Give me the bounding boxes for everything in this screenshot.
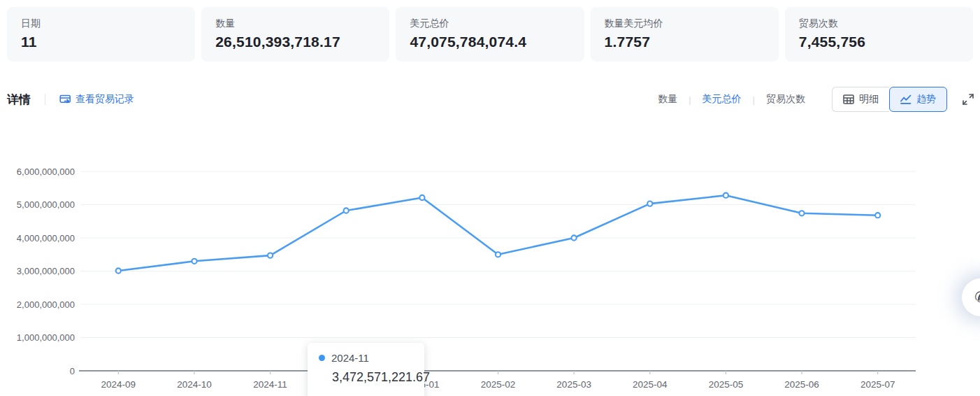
data-point[interactable] (192, 259, 196, 264)
line-chart-icon (900, 94, 911, 104)
vertical-divider (45, 94, 45, 105)
stat-value: 1.7757 (605, 34, 765, 50)
view-trade-records-link[interactable]: 查看贸易记录 (59, 93, 134, 106)
metric-tab-quantity[interactable]: 数量 (656, 93, 679, 106)
data-point[interactable] (116, 268, 121, 273)
tooltip-value: 3,472,571,221.67 (332, 370, 413, 385)
data-point[interactable] (268, 253, 273, 258)
chart-tooltip: 2024-11 3,472,571,221.67 (308, 343, 424, 396)
metric-tab-usd-total[interactable]: 美元总价 (701, 93, 743, 106)
y-axis-label: 0 (70, 366, 75, 376)
x-axis-label: 2024-09 (101, 379, 136, 390)
tooltip-header: 2024-11 (319, 352, 413, 364)
tooltip-category: 2024-11 (331, 352, 369, 364)
series-line (118, 195, 877, 271)
data-point[interactable] (419, 195, 424, 200)
stat-card-usd-total: 美元总价 47,075,784,074.4 (396, 7, 584, 62)
stat-card-date: 日期 11 (7, 7, 195, 62)
trend-chart-canvas: 01,000,000,0002,000,000,0003,000,000,000… (0, 119, 980, 396)
x-axis-label: 2024-11 (253, 379, 287, 390)
stat-value: 7,455,756 (799, 34, 959, 50)
stat-value: 26,510,393,718.17 (215, 34, 375, 50)
y-axis-label: 5,000,000,000 (17, 199, 75, 210)
view-switch: 明细 趋势 (832, 87, 947, 112)
y-axis-label: 3,000,000,000 (17, 266, 75, 276)
section-title: 详情 (7, 92, 31, 108)
table-icon (843, 94, 854, 104)
stats-row: 日期 11 数量 26,510,393,718.17 美元总价 47,075,7… (7, 7, 973, 62)
detail-view-button[interactable]: 明细 (832, 87, 889, 112)
x-axis-label: 2025-03 (556, 379, 591, 390)
data-point[interactable] (344, 208, 349, 213)
x-axis-label: 2025-02 (481, 379, 516, 390)
metric-tab-trade-count[interactable]: 贸易次数 (765, 93, 807, 106)
trend-view-label: 趋势 (916, 93, 936, 106)
stat-label: 日期 (21, 16, 181, 30)
y-axis-label: 4,000,000,000 (17, 233, 75, 243)
open-window-icon (59, 94, 71, 105)
x-axis-label: 2025-06 (784, 379, 819, 390)
stat-card-quantity: 数量 26,510,393,718.17 (201, 7, 389, 62)
tab-divider: | (689, 94, 691, 105)
trend-chart: 01,000,000,0002,000,000,0003,000,000,000… (0, 119, 980, 396)
detail-toolbar: 详情 查看贸易记录 数量 | 美元总价 | 贸易次数 (7, 85, 976, 113)
tab-divider: | (753, 94, 755, 105)
stat-card-trade-count: 贸易次数 7,455,756 (785, 7, 973, 62)
phone-icon: ✆ (974, 289, 980, 306)
view-trade-records-label: 查看贸易记录 (75, 93, 134, 106)
stat-label: 美元总价 (410, 16, 570, 30)
y-axis-label: 6,000,000,000 (17, 167, 75, 177)
data-point[interactable] (875, 213, 880, 218)
fullscreen-expand-icon (962, 93, 974, 106)
stat-value: 11 (21, 34, 181, 50)
y-axis-label: 2,000,000,000 (17, 299, 75, 310)
series-dot-icon (319, 355, 325, 361)
stat-card-avg-price: 数量美元均价 1.7757 (591, 7, 779, 62)
data-point[interactable] (723, 193, 728, 198)
data-point[interactable] (572, 235, 577, 240)
trend-view-button[interactable]: 趋势 (889, 87, 947, 112)
x-axis-label: 2025-05 (709, 379, 744, 390)
fullscreen-button[interactable] (960, 92, 976, 107)
stat-value: 47,075,784,074.4 (410, 34, 570, 50)
x-axis-label: 2025-04 (633, 379, 668, 390)
stat-label: 数量美元均价 (605, 16, 765, 30)
x-axis-label: 2025-07 (860, 379, 895, 390)
stat-label: 数量 (215, 16, 375, 30)
data-point[interactable] (647, 201, 652, 206)
stat-label: 贸易次数 (799, 16, 959, 30)
y-axis-label: 1,000,000,000 (17, 332, 75, 343)
data-point[interactable] (799, 211, 804, 215)
x-axis-label: 2024-10 (177, 379, 212, 390)
data-point[interactable] (496, 252, 500, 257)
metric-tabs: 数量 | 美元总价 | 贸易次数 (656, 93, 807, 106)
detail-view-label: 明细 (859, 93, 879, 106)
